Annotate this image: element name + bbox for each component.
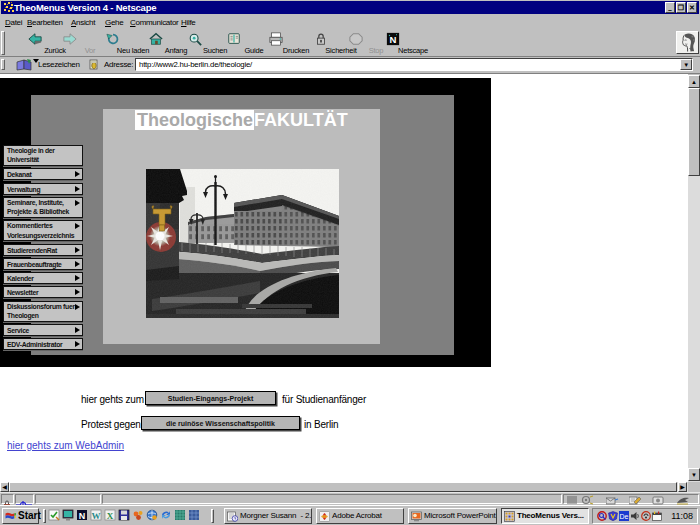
svg-text:N: N — [79, 511, 86, 521]
svg-text:W: W — [92, 511, 101, 521]
svg-text:N: N — [390, 34, 397, 45]
svg-text:X: X — [107, 511, 114, 521]
svg-text:De: De — [620, 513, 629, 520]
